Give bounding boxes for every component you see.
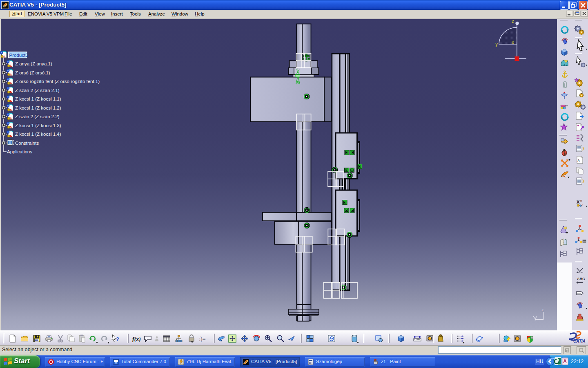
svg-text:Z orsó (Z orsó.1): Z orsó (Z orsó.1): [15, 70, 50, 75]
svg-text:Z anya (Z anya.1): Z anya (Z anya.1): [15, 61, 52, 66]
svg-text:x: x: [512, 40, 514, 45]
svg-text:y: y: [495, 41, 498, 47]
svg-text:z: z: [512, 19, 514, 24]
svg-text:Z orso rogzíto fent (Z orso ro: Z orso rogzíto fent (Z orso rogzíto fent…: [15, 79, 100, 84]
svg-text:Z szán 2 (Z szán 2.1): Z szán 2 (Z szán 2.1): [15, 88, 60, 93]
svg-text:CATIA: CATIA: [573, 339, 586, 343]
svg-text:A: A: [577, 159, 580, 162]
svg-text:Z szán 2 (Z szán 2.2): Z szán 2 (Z szán 2.2): [15, 114, 60, 119]
svg-text:z: z: [541, 307, 544, 312]
svg-text:Z kocsi 1 (Z kocsi 1.4): Z kocsi 1 (Z kocsi 1.4): [15, 132, 61, 137]
svg-text:Applications: Applications: [7, 149, 32, 154]
svg-text:Product5: Product5: [9, 53, 28, 58]
svg-text:Z kocsi 1 (Z kocsi 1.3): Z kocsi 1 (Z kocsi 1.3): [15, 123, 61, 128]
svg-text:Constraints: Constraints: [15, 141, 39, 146]
svg-text:Z kocsi 1 (Z kocsi 1.2): Z kocsi 1 (Z kocsi 1.2): [15, 105, 61, 110]
svg-text:Z kocsi 1 (Z kocsi 1.1): Z kocsi 1 (Z kocsi 1.1): [15, 96, 61, 101]
